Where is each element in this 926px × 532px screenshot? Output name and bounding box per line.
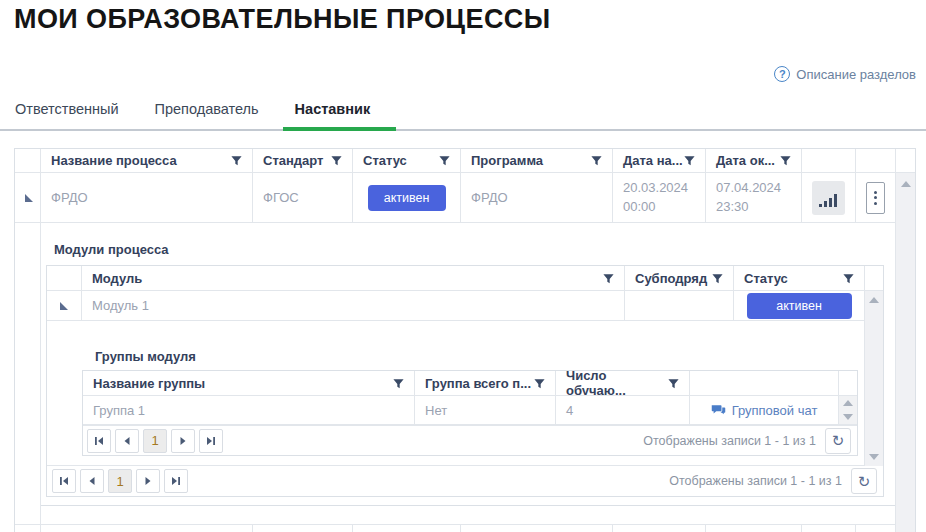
pager-last-button[interactable] [164,469,188,493]
pager-next-button[interactable] [171,429,195,453]
filter-icon[interactable] [603,273,614,284]
filter-icon[interactable] [712,273,723,284]
refresh-icon: ↻ [858,474,871,489]
col-date-end: Дата ок... [706,149,802,172]
modules-section-title: Модули процесса [54,242,901,257]
process-detail-row: Модули процесса Модуль Субподряд [15,223,915,525]
processes-header-row: Название процесса Стандарт Статус Програ… [15,149,915,173]
col-chat [690,371,839,395]
process-date-start: 20.03.2024 00:00 [613,173,706,222]
filter-icon[interactable] [331,155,342,166]
go-last-icon [206,436,216,446]
filter-icon[interactable] [843,273,854,284]
go-next-icon [143,476,153,486]
col-program: Программа [461,149,613,172]
scroll-down-icon[interactable] [869,454,879,460]
pager-prev-button[interactable] [80,469,104,493]
filter-icon[interactable] [534,378,545,389]
col-date-start: Дата на... [613,149,706,172]
hierarchy-cell [47,291,82,320]
process-standard: ФГОС [263,190,299,205]
modules-scrollbar[interactable] [864,291,883,466]
question-icon: ? [774,66,790,82]
go-last-icon [171,476,181,486]
process-detail-container: Модули процесса Модуль Субподряд [41,223,901,506]
scroll-up-icon[interactable] [869,297,879,303]
group-chat-link[interactable]: Групповой чат [711,403,818,418]
collapse-row-icon[interactable] [60,302,68,310]
groups-section-title: Группы модуля [95,349,883,364]
tab-nastavnik[interactable]: Наставник [283,101,383,129]
filter-icon[interactable] [668,378,679,389]
process-status-badge[interactable]: активен [368,185,446,211]
modules-pager: 1 Отображены записи 1 - 1 из 1 ↻ [47,466,883,496]
refresh-button[interactable]: ↻ [851,468,877,494]
col-analytics [802,149,856,172]
pager-page-1[interactable]: 1 [108,469,132,493]
filter-icon[interactable] [231,155,242,166]
sections-help-link[interactable]: ? Описание разделов [774,66,916,82]
col-process-name: Название процесса [41,149,253,172]
tab-otvetstvennyy[interactable]: Ответственный [15,101,131,129]
scroll-down-icon[interactable] [843,414,853,420]
group-row: Группа 1 Нет 4 [83,396,857,425]
page-title: МОИ ОБРАЗОВАТЕЛЬНЫЕ ПРОЦЕССЫ [14,4,551,35]
next-row-partial [15,525,915,532]
col-students-count: Число обучаю... [556,371,690,395]
module-name: Модуль 1 [92,298,149,313]
processes-scrollbar[interactable] [895,173,915,532]
processes-grid: Название процесса Стандарт Статус Програ… [14,148,916,532]
process-row-frdo: ФРДО ФГОС активен ФРДО 20.03.2024 00:00 … [15,173,915,223]
pager-first-button[interactable] [52,469,76,493]
pager-page-1[interactable]: 1 [143,429,167,453]
pager-prev-button[interactable] [115,429,139,453]
filter-icon[interactable] [393,378,404,389]
bar-chart-icon [819,193,839,208]
modules-header-row: Модуль Субподряд Статус [47,266,883,291]
go-prev-icon [87,476,97,486]
filter-icon[interactable] [591,155,602,166]
filter-icon[interactable] [684,155,695,166]
module-status-badge[interactable]: активен [747,293,852,319]
col-scrollbar [839,371,857,395]
tab-prepodavatel[interactable]: Преподаватель [143,101,271,129]
refresh-button[interactable]: ↻ [825,428,851,454]
row-menu-button[interactable] [866,182,885,214]
col-standard: Стандарт [253,149,353,172]
role-tabs: Ответственный Преподаватель Наставник [0,100,926,131]
col-subcontract: Субподряд [625,266,734,290]
module-detail-row: Группы модуля Название группы Груп [47,321,883,466]
refresh-icon: ↻ [832,433,845,448]
scroll-up-icon[interactable] [901,181,911,187]
hierarchy-cell [15,173,41,222]
chat-icon [711,404,726,416]
collapse-row-icon[interactable] [25,194,33,202]
pager-last-button[interactable] [199,429,223,453]
module-row: Модуль 1 активен [47,291,883,321]
go-next-icon [178,436,188,446]
help-label: Описание разделов [796,67,916,82]
filter-icon[interactable] [439,155,450,166]
pager-next-button[interactable] [136,469,160,493]
go-prev-icon [122,436,132,446]
row-scrollbar[interactable] [839,396,857,424]
hierarchy-header-cell [15,149,41,172]
page: МОИ ОБРАЗОВАТЕЛЬНЫЕ ПРОЦЕССЫ ? Описание … [0,0,926,532]
analytics-button[interactable] [812,181,845,215]
group-total: Нет [425,403,447,418]
groups-pager: 1 Отображены записи 1 - 1 из 1 [83,425,857,455]
process-program: ФРДО [471,190,508,205]
process-date-end: 07.04.2024 23:30 [706,173,802,222]
go-first-icon [59,476,69,486]
col-group-name: Название группы [83,371,415,395]
col-status: Статус [353,149,461,172]
filter-icon[interactable] [780,155,791,166]
process-name: ФРДО [51,190,88,205]
group-name: Группа 1 [93,403,145,418]
pager-info: Отображены записи 1 - 1 из 1 [669,474,842,488]
col-module: Модуль [82,266,625,290]
col-group-total: Группа всего п... [415,371,556,395]
pager-first-button[interactable] [87,429,111,453]
col-scrollbar [896,149,916,172]
scroll-up-icon[interactable] [843,400,853,406]
